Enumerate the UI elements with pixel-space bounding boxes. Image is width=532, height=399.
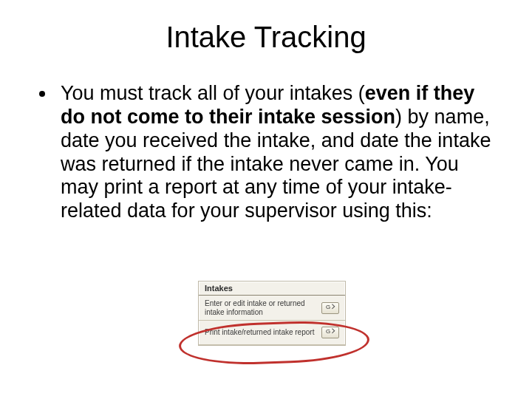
go-button[interactable]: G — [321, 327, 339, 338]
panel-row-print-label: Print intake/returned intake report — [205, 328, 317, 337]
slide: Intake Tracking You must track all of yo… — [0, 0, 532, 399]
slide-title: Intake Tracking — [0, 0, 532, 54]
body-list: You must track all of your intakes (even… — [37, 82, 495, 223]
intakes-panel-header: Intakes — [199, 282, 345, 296]
panel-row-edit-label: Enter or edit intake or returned intake … — [205, 299, 317, 316]
go-button[interactable]: G — [321, 302, 339, 314]
bullet-1: You must track all of your intakes (even… — [56, 82, 495, 223]
intakes-panel: Intakes Enter or edit intake or returned… — [198, 281, 346, 346]
panel-row-edit-intake[interactable]: Enter or edit intake or returned intake … — [199, 296, 345, 321]
bullet-1-pre: You must track all of your intakes ( — [61, 82, 365, 104]
panel-row-print-report[interactable]: Print intake/returned intake report G — [199, 321, 345, 345]
